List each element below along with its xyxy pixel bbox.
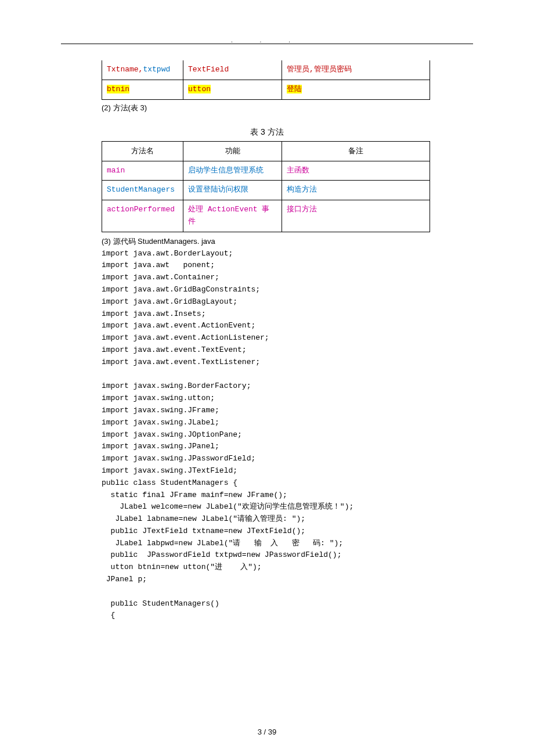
txtname-label: Txtname, [107, 65, 143, 74]
methods-heading: (2) 方法(表 3) [102, 102, 473, 114]
utton-label: utton [188, 85, 211, 93]
table-row: Txtname,txtpwd TextField 管理员,管理员密码 [102, 60, 430, 80]
th-function: 功能 [183, 141, 282, 161]
table-row: main 启动学生信息管理系统 主函数 [102, 161, 430, 181]
table-row: actionPerformed 处理 ActionEvent 事件 接口方法 [102, 200, 430, 232]
table3-caption: 表 3 方法 [61, 125, 473, 138]
top-rule [61, 44, 473, 44]
cell-ap-func: 处理 ActionEvent 事件 [183, 200, 282, 232]
page-number: 3 / 39 [0, 726, 534, 739]
cell-login: 登陆 [282, 80, 430, 99]
cell-utton: utton [183, 80, 282, 99]
cell-names: Txtname,txtpwd [102, 60, 183, 80]
cell-type: TextField [183, 60, 282, 80]
cell-main-remark: 主函数 [282, 161, 430, 181]
cell-main-func: 启动学生信息管理系统 [183, 161, 282, 181]
code-block: import java.awt.BorderLayout; import jav… [102, 248, 473, 622]
login-label: 登陆 [287, 85, 302, 93]
cell-ap-remark: 接口方法 [282, 200, 430, 232]
table-1: Txtname,txtpwd TextField 管理员,管理员密码 btnin… [102, 60, 430, 100]
cell-btnin: btnin [102, 80, 183, 99]
table-header-row: 方法名 功能 备注 [102, 141, 430, 161]
btnin-label: btnin [107, 85, 129, 93]
cell-sm: StudentManagers [102, 181, 183, 200]
table-row: btnin utton 登陆 [102, 80, 430, 99]
th-method: 方法名 [102, 141, 183, 161]
cell-sm-func: 设置登陆访问权限 [183, 181, 282, 200]
cell-main: main [102, 161, 183, 181]
table-3: 方法名 功能 备注 main 启动学生信息管理系统 主函数 StudentMan… [102, 141, 430, 232]
cell-sm-remark: 构造方法 [282, 181, 430, 200]
page: Txtname,txtpwd TextField 管理员,管理员密码 btnin… [0, 0, 534, 756]
th-remark: 备注 [282, 141, 430, 161]
txtpwd-label: txtpwd [143, 65, 170, 74]
source-title: (3) 源代码 StudentManagers. java [102, 236, 473, 248]
table-row: StudentManagers 设置登陆访问权限 构造方法 [102, 181, 430, 200]
cell-ap: actionPerformed [102, 200, 183, 232]
cell-desc: 管理员,管理员密码 [282, 60, 430, 80]
